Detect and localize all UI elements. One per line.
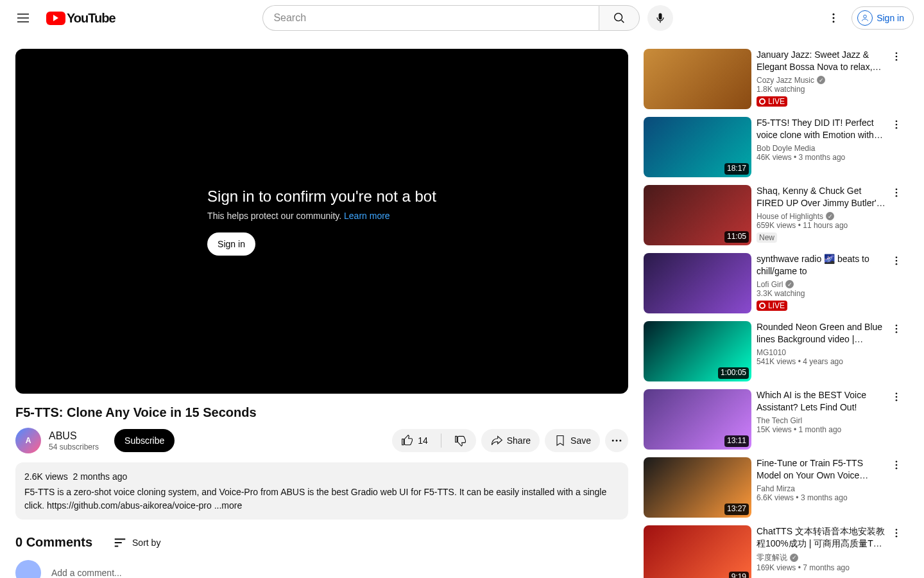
svg-point-5 — [864, 15, 867, 18]
kebab-icon — [891, 527, 902, 539]
video-player[interactable]: Sign in to confirm you're not a bot This… — [15, 49, 628, 394]
svg-point-3 — [833, 17, 835, 19]
svg-point-31 — [896, 532, 898, 534]
search-input[interactable] — [262, 5, 599, 31]
description-more-button[interactable]: ...more — [214, 500, 243, 511]
recommendation-channel[interactable]: House of Highlights✓ — [757, 212, 886, 221]
primary-column: Sign in to confirm you're not a bot This… — [15, 49, 628, 578]
recommendation-title: ChatTTS 文本转语音本地安装教程100%成功 | 可商用高质量TTS | … — [757, 525, 886, 550]
player-prompt-text: This helps protect our community. — [207, 211, 344, 221]
recommendation-title: synthwave radio 🌌 beats to chill/game to — [757, 253, 886, 277]
recommendation-item[interactable]: 18:17F5-TTS! They DID IT! Perfect voice … — [644, 117, 900, 177]
verified-icon: ✓ — [826, 212, 834, 220]
recommendation-meta: Which AI is the BEST Voice Assistant? Le… — [757, 389, 900, 450]
sort-button[interactable]: Sort by — [113, 536, 160, 550]
kebab-icon — [891, 255, 902, 267]
signin-button[interactable]: Sign in — [851, 6, 914, 30]
svg-point-6 — [612, 440, 614, 442]
recommendation-menu-button[interactable] — [889, 49, 904, 64]
recommendation-item[interactable]: 9:19ChatTTS 文本转语音本地安装教程100%成功 | 可商用高质量TT… — [644, 525, 900, 578]
settings-menu-button[interactable] — [821, 5, 846, 31]
recommendation-menu-button[interactable] — [889, 457, 904, 473]
share-button[interactable]: Share — [481, 429, 540, 452]
duration-badge: 1:00:05 — [718, 367, 749, 379]
learn-more-link[interactable]: Learn more — [344, 211, 390, 221]
kebab-icon — [891, 459, 902, 471]
recommendation-item[interactable]: 1:00:05Rounded Neon Green and Blue lines… — [644, 321, 900, 381]
recommendation-channel-name: Cozy Jazz Music — [757, 76, 814, 85]
recommendation-stats: 659K views • 11 hours ago — [757, 221, 886, 230]
my-avatar — [15, 560, 41, 578]
recommendation-menu-button[interactable] — [889, 389, 904, 405]
svg-point-20 — [896, 263, 898, 265]
menu-icon — [15, 10, 31, 26]
subscribe-button[interactable]: Subscribe — [114, 429, 175, 452]
recommendation-thumbnail[interactable]: 1:00:05 — [644, 321, 751, 381]
recommendation-thumbnail[interactable]: 11:05 — [644, 185, 751, 245]
recommendation-channel[interactable]: The Tech Girl — [757, 416, 886, 425]
recommendation-channel[interactable]: Lofi Girl✓ — [757, 280, 886, 289]
recommendation-stats: 6.6K views • 3 months ago — [757, 493, 886, 502]
recommendation-meta: F5-TTS! They DID IT! Perfect voice clone… — [757, 117, 900, 177]
masthead-start: YouTube — [10, 5, 116, 31]
recommendation-item[interactable]: 13:11Which AI is the BEST Voice Assistan… — [644, 389, 900, 450]
live-badge: LIVE — [757, 301, 787, 311]
search-button[interactable] — [599, 5, 640, 31]
save-label: Save — [570, 435, 591, 446]
channel-avatar[interactable]: A — [15, 428, 41, 453]
more-actions-button[interactable] — [605, 429, 628, 452]
recommendation-channel[interactable]: Fahd Mirza — [757, 484, 886, 493]
svg-point-15 — [896, 188, 898, 190]
recommendation-menu-button[interactable] — [889, 185, 904, 200]
hamburger-button[interactable] — [10, 5, 36, 31]
svg-point-18 — [896, 256, 898, 258]
recommendation-channel-name: The Tech Girl — [757, 416, 802, 425]
recommendation-channel[interactable]: Bob Doyle Media — [757, 144, 886, 153]
recommendation-item[interactable]: 13:27Fine-Tune or Train F5-TTS Model on … — [644, 457, 900, 518]
recommendation-channel[interactable]: MG1010 — [757, 348, 886, 357]
recommendation-stats: 1.8K watching — [757, 85, 886, 94]
dislike-button[interactable] — [445, 429, 476, 452]
description-box[interactable]: 2.6K views 2 months ago F5-TTS is a zero… — [15, 462, 628, 520]
recommendation-thumbnail[interactable] — [644, 49, 751, 109]
recommendation-channel[interactable]: 零度解说✓ — [757, 552, 886, 563]
view-count: 2.6K views — [24, 471, 68, 482]
svg-point-22 — [896, 328, 898, 330]
channel-name[interactable]: ABUS — [49, 430, 99, 442]
kebab-icon — [891, 119, 902, 130]
recommendation-item[interactable]: January Jazz: Sweet Jazz & Elegant Bossa… — [644, 49, 900, 109]
comment-input[interactable] — [51, 564, 628, 578]
signin-label: Sign in — [877, 13, 904, 23]
recommendation-menu-button[interactable] — [889, 321, 904, 337]
recommendation-thumbnail[interactable] — [644, 253, 751, 313]
recommendation-thumbnail[interactable]: 13:27 — [644, 457, 751, 518]
recommendation-title: January Jazz: Sweet Jazz & Elegant Bossa… — [757, 49, 886, 73]
player-signin-button[interactable]: Sign in — [207, 232, 255, 256]
save-button[interactable]: Save — [545, 429, 600, 452]
recommendation-thumbnail[interactable]: 13:11 — [644, 389, 751, 450]
share-label: Share — [507, 435, 531, 446]
player-prompt-sub: This helps protect our community. Learn … — [207, 211, 436, 221]
recommendation-thumbnail[interactable]: 18:17 — [644, 117, 751, 177]
recommendation-channel-name: MG1010 — [757, 348, 786, 357]
verified-icon: ✓ — [790, 554, 798, 562]
kebab-icon — [891, 187, 902, 198]
recommendation-thumbnail[interactable]: 9:19 — [644, 525, 751, 578]
recommendation-title: Shaq, Kenny & Chuck Get FIRED UP Over Ji… — [757, 185, 886, 209]
youtube-logo[interactable]: YouTube — [46, 11, 116, 26]
recommendation-channel[interactable]: Cozy Jazz Music✓ — [757, 76, 886, 85]
voice-search-button[interactable] — [647, 5, 673, 31]
player-prompt-heading: Sign in to confirm you're not a bot — [207, 188, 436, 206]
recommendation-menu-button[interactable] — [889, 253, 904, 268]
like-button[interactable]: 14 — [392, 429, 437, 452]
video-meta-row: A ABUS 54 subscribers Subscribe 14 — [15, 428, 628, 453]
svg-point-11 — [896, 59, 898, 61]
recommendation-item[interactable]: 11:05Shaq, Kenny & Chuck Get FIRED UP Ov… — [644, 185, 900, 245]
duration-badge: 13:11 — [724, 435, 749, 447]
recommendation-menu-button[interactable] — [889, 525, 904, 541]
sort-icon — [113, 536, 127, 550]
recommendation-menu-button[interactable] — [889, 117, 904, 132]
svg-point-10 — [896, 56, 898, 58]
live-badge: LIVE — [757, 96, 787, 107]
recommendation-item[interactable]: synthwave radio 🌌 beats to chill/game to… — [644, 253, 900, 313]
